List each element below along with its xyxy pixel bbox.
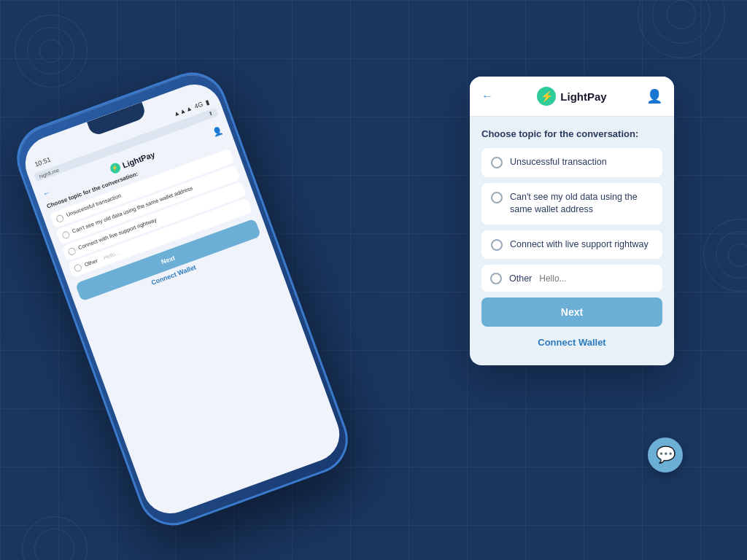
widget-radio-live-support bbox=[491, 239, 503, 251]
widget-body: Choose topic for the conversation: Unsuc… bbox=[470, 117, 674, 365]
phone-share-icon: ⬆ bbox=[208, 110, 214, 117]
phone-screen: 10:51 ▲▲▲ 4G ▮ highfi.me ⬆ ← ⚡ LightPa bbox=[18, 77, 347, 521]
phone-radio-3 bbox=[67, 246, 77, 256]
phone-back-btn: ← bbox=[41, 187, 53, 199]
phone-body: 10:51 ▲▲▲ 4G ▮ highfi.me ⬆ ← ⚡ LightPa bbox=[7, 63, 357, 535]
widget-other-input[interactable] bbox=[539, 273, 654, 284]
widget-topic-label: Choose topic for the conversation: bbox=[481, 128, 662, 139]
widget-card: ← ⚡ LightPay 👤 Choose topic for the conv… bbox=[470, 77, 674, 365]
widget-other-row: Other bbox=[481, 265, 662, 292]
widget-other-radio bbox=[490, 273, 502, 284]
phone-logo-bolt: ⚡ bbox=[111, 164, 119, 172]
chat-bubble-button[interactable]: 💬 bbox=[648, 438, 683, 472]
phone-radio-2 bbox=[61, 230, 71, 240]
phone-time: 10:51 bbox=[34, 156, 52, 168]
widget-user-button[interactable]: 👤 bbox=[646, 88, 662, 104]
widget-radio-old-data bbox=[491, 192, 503, 203]
phone-mockup: 10:51 ▲▲▲ 4G ▮ highfi.me ⬆ ← ⚡ LightPa bbox=[7, 63, 357, 535]
widget-option-unsuccessful-text: Unsucessful transaction bbox=[510, 156, 607, 169]
widget-option-unsuccessful[interactable]: Unsucessful transaction bbox=[481, 148, 662, 177]
widget-next-button[interactable]: Next bbox=[481, 298, 662, 327]
widget-title: LightPay bbox=[560, 90, 606, 103]
widget-radio-unsuccessful bbox=[491, 157, 503, 168]
phone-signal: ▲▲▲ bbox=[172, 104, 193, 118]
phone-radio-1 bbox=[55, 214, 65, 223]
widget-option-old-data-text: Can't see my old data using the same wal… bbox=[510, 191, 653, 217]
phone-network: 4G bbox=[193, 101, 204, 111]
widget-option-live-support-text: Connect with live support rightway bbox=[510, 238, 649, 252]
phone-logo: ⚡ bbox=[109, 162, 122, 175]
widget-other-label: Other bbox=[509, 273, 532, 284]
widget-option-old-data[interactable]: Can't see my old data using the same wal… bbox=[481, 183, 662, 225]
phone-other-radio bbox=[73, 263, 82, 273]
widget-logo: ⚡ bbox=[537, 87, 556, 106]
phone-user-icon: 👤 bbox=[211, 125, 224, 137]
chat-bubble-icon: 💬 bbox=[656, 446, 676, 464]
phone-battery: ▮ bbox=[204, 98, 210, 106]
widget-header: ← ⚡ LightPay 👤 bbox=[470, 77, 674, 117]
widget-option-live-support[interactable]: Connect with live support rightway bbox=[481, 230, 662, 260]
widget-connect-wallet-link[interactable]: Connect Wallet bbox=[481, 334, 662, 354]
widget-back-button[interactable]: ← bbox=[481, 90, 493, 103]
phone-other-label: Other bbox=[83, 257, 98, 268]
widget-logo-bolt-icon: ⚡ bbox=[541, 90, 553, 102]
